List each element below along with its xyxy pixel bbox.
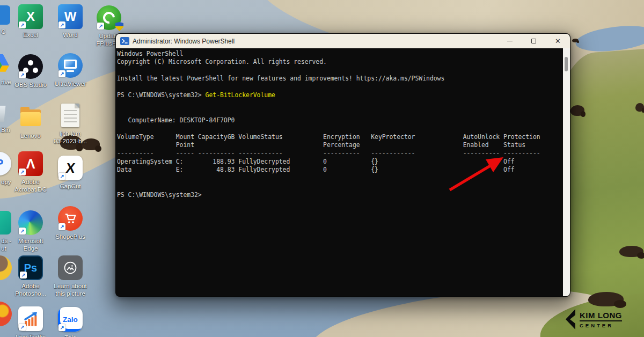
desktop-icon-clipped-drive[interactable]: rive xyxy=(0,52,19,86)
close-button[interactable]: ✕ xyxy=(546,34,570,48)
desktop-icon-capcut[interactable]: X CapCut xyxy=(50,156,90,190)
icon-label: Zalo xyxy=(50,334,90,337)
icon-label: lịch làm03-2023-b... xyxy=(50,130,90,145)
edge-icon xyxy=(18,210,43,235)
bison xyxy=(635,103,644,112)
terminal-output: Windows PowerShellCopyright (C) Microsof… xyxy=(117,50,562,296)
icon-label: Learn aboutthis picture xyxy=(50,282,90,297)
shortcut-arrow-icon xyxy=(20,272,27,279)
avatar-icon xyxy=(0,255,12,280)
shopping-cart-icon xyxy=(58,206,83,231)
shortcut-arrow-icon xyxy=(97,23,104,30)
desktop-icon-zalo[interactable]: Zalo Zalo xyxy=(50,307,90,337)
desktop-icon-lich-lam[interactable]: lịch làm03-2023-b... xyxy=(50,103,90,145)
desktop-icon-clipped-c[interactable]: C xyxy=(0,1,19,35)
photoshop-icon: Ps xyxy=(18,255,43,280)
icon-label: ShopePlus xyxy=(50,233,90,240)
clipped-teal-icon xyxy=(0,211,11,235)
icon-label: CapCut xyxy=(50,182,90,190)
bison xyxy=(588,292,624,306)
bison xyxy=(619,246,643,257)
shortcut-arrow-icon xyxy=(58,324,65,331)
document-icon xyxy=(58,103,83,128)
icon-label: AdobePhotosho... xyxy=(11,282,50,297)
bison xyxy=(570,105,584,116)
powershell-window[interactable]: Administrator: Windows PowerShell ✕ Wind… xyxy=(115,33,570,297)
terminal[interactable]: Windows PowerShellCopyright (C) Microsof… xyxy=(116,48,570,296)
ultraviewer-icon xyxy=(58,53,83,78)
desktop-icon-word[interactable]: W Word xyxy=(50,4,90,39)
capcut-icon: X xyxy=(58,156,83,180)
google-drive-icon xyxy=(0,52,12,76)
photo-icon xyxy=(58,255,83,280)
watermark-logo: KIM LONG CENTER xyxy=(565,309,622,329)
desktop-icon-shopeplus[interactable]: ShopePlus xyxy=(50,206,90,240)
word-icon: W xyxy=(58,4,83,29)
update-icon xyxy=(97,5,121,30)
excel-icon: X xyxy=(18,4,43,29)
recycle-bin-icon xyxy=(0,106,6,122)
shortcut-arrow-icon xyxy=(58,173,65,180)
watermark-line2: CENTER xyxy=(580,323,622,328)
chevron-logo-icon xyxy=(565,309,577,329)
scrollbar[interactable] xyxy=(563,48,570,296)
minimize-button[interactable] xyxy=(497,34,522,48)
desktop-icon-recycle-bin[interactable]: Bin xyxy=(0,99,19,134)
desktop-icon-clipped-teal[interactable]: ds -ut xyxy=(0,210,19,252)
zalo-icon: Zalo xyxy=(58,307,83,332)
window-title: Administrator: Windows PowerShell xyxy=(133,38,497,45)
watermark-line1: KIM LONG xyxy=(580,311,622,321)
shortcut-arrow-icon xyxy=(58,223,65,230)
clipped-red-icon xyxy=(0,302,12,326)
shortcut-arrow-icon xyxy=(58,21,65,28)
desktop-icon-learn-picture[interactable]: Learn aboutthis picture xyxy=(50,255,90,297)
folder-icon xyxy=(18,105,43,130)
icon-label: Live Traffic xyxy=(11,333,50,337)
bison xyxy=(572,39,579,42)
window-titlebar[interactable]: Administrator: Windows PowerShell ✕ xyxy=(116,34,570,48)
shortcut-arrow-icon xyxy=(19,71,26,78)
icon-label: UltraViewer xyxy=(50,80,90,87)
desktop-icon-clipped-opy[interactable]: P opy xyxy=(0,151,19,186)
desktop-icon-clipped-avatar[interactable] xyxy=(0,255,19,280)
shortcut-arrow-icon xyxy=(19,324,26,331)
clipped-blue-icon xyxy=(0,5,10,25)
desktop: X Excel W Word UpdateFPlusPro OBS Studio… xyxy=(0,0,644,337)
desktop-icon-ultraviewer[interactable]: UltraViewer xyxy=(50,53,90,87)
scrollbar-thumb[interactable] xyxy=(565,57,568,71)
traffic-chart-icon xyxy=(18,306,43,331)
shortcut-arrow-icon xyxy=(58,70,65,77)
shortcut-arrow-icon xyxy=(19,228,26,235)
shortcut-arrow-icon xyxy=(19,169,26,175)
shortcut-arrow-icon xyxy=(19,21,26,28)
powershell-icon xyxy=(120,37,129,45)
desktop-icon-clipped-red[interactable] xyxy=(0,302,19,326)
uac-shield-icon xyxy=(115,22,123,31)
maximize-button[interactable] xyxy=(522,34,546,48)
clipped-p-icon: P xyxy=(0,152,11,175)
obs-studio-icon xyxy=(18,54,43,79)
acrobat-icon: Λ xyxy=(18,151,43,176)
icon-label: Word xyxy=(50,31,90,39)
